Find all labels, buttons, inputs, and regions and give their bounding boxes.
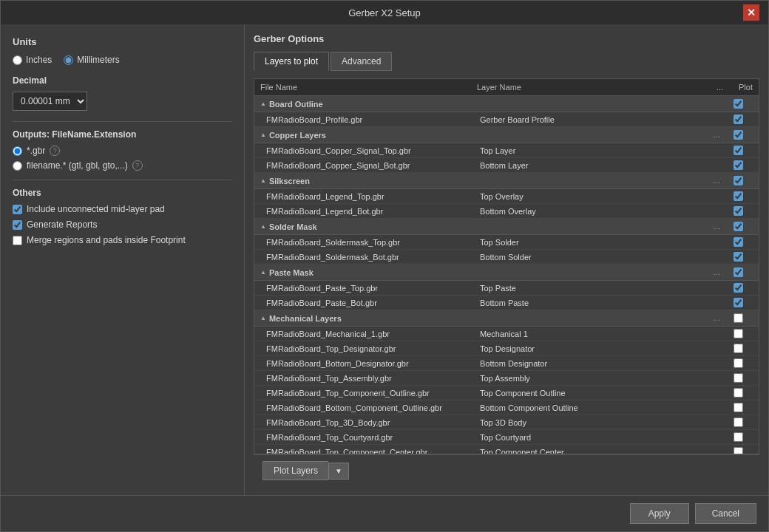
- group-silkscreen-label: Silkscreen: [260, 176, 477, 185]
- table-row: FMRadioBoard_Top_3D_Body.gbr Top 3D Body: [254, 415, 759, 430]
- table-row: FMRadioBoard_Soldermask_Top.gbr Top Sold…: [254, 235, 759, 250]
- gerber-options-title: Gerber Options: [254, 33, 759, 44]
- row-legend-bot-check[interactable]: [734, 206, 743, 216]
- group-soldermask-check[interactable]: [734, 222, 743, 231]
- table-row: FMRadioBoard_Mechanical_1.gbr Mechanical…: [254, 327, 759, 341]
- row-bot-comp-outline-check[interactable]: [734, 403, 743, 412]
- row-mechanical1-check[interactable]: [734, 329, 743, 338]
- gbr-help-icon[interactable]: ?: [50, 146, 60, 156]
- checkbox1[interactable]: [13, 205, 22, 214]
- tab-advanced[interactable]: Advanced: [331, 52, 392, 71]
- group-silkscreen: Silkscreen ...: [254, 173, 759, 189]
- group-pastemask: Paste Mask ...: [254, 265, 759, 281]
- outputs-section: Outputs: FileName.Extension *.gbr ? file…: [13, 129, 232, 171]
- cancel-button[interactable]: Cancel: [695, 503, 756, 524]
- filename-help-icon[interactable]: ?: [132, 160, 143, 171]
- decimal-select[interactable]: 0.00001 mm 0.0001 mm 0.001 mm: [13, 92, 87, 111]
- decimal-title: Decimal: [13, 75, 232, 86]
- col-layername: Layer Name: [477, 83, 694, 92]
- group-copper-check[interactable]: [734, 130, 743, 140]
- inches-radio[interactable]: [13, 55, 22, 65]
- row-copper-bot-check[interactable]: [734, 160, 743, 170]
- table-row: FMRadioBoard_Bottom_Component_Outline.gb…: [254, 400, 759, 415]
- checkbox2[interactable]: [13, 220, 22, 230]
- apply-button[interactable]: Apply: [630, 503, 689, 524]
- checkbox2-label: Generate Reports: [27, 219, 97, 230]
- inches-option[interactable]: Inches: [13, 55, 52, 65]
- table-row: FMRadioBoard_Paste_Bot.gbr Bottom Paste: [254, 296, 759, 310]
- table-row: FMRadioBoard_Top_Component_Center.gbr To…: [254, 445, 759, 454]
- tab-layers-to-plot[interactable]: Layers to plot: [254, 52, 329, 71]
- checkbox1-option: Include unconnected mid-layer pad: [13, 204, 232, 214]
- others-title: Others: [13, 188, 232, 198]
- table-row: FMRadioBoard_Copper_Signal_Top.gbr Top L…: [254, 143, 759, 158]
- group-mechanical: Mechanical Layers ...: [254, 310, 759, 327]
- footer: Apply Cancel: [1, 495, 768, 531]
- row-legend-top-check[interactable]: [734, 191, 743, 201]
- col-dots: ...: [694, 83, 723, 92]
- group-pastemask-label: Paste Mask: [260, 267, 477, 277]
- table-row: FMRadioBoard_Legend_Top.gbr Top Overlay: [254, 189, 759, 204]
- group-soldermask: Solder Mask ...: [254, 219, 759, 235]
- group-mechanical-check[interactable]: [734, 313, 743, 323]
- row-soldermask-top-check[interactable]: [734, 237, 743, 247]
- group-soldermask-label: Solder Mask: [260, 222, 477, 231]
- plot-layers-container: Plot Layers ▼: [262, 461, 751, 480]
- checkbox3-label: Merge regions and pads inside Footprint: [27, 235, 186, 245]
- dialog-title: Gerber X2 Setup: [26, 7, 743, 18]
- checkbox2-option: Generate Reports: [13, 219, 232, 230]
- group-mechanical-label: Mechanical Layers: [260, 313, 477, 323]
- row-bot-designator-check[interactable]: [734, 358, 743, 368]
- millimeters-radio[interactable]: [64, 55, 73, 65]
- group-pastemask-check[interactable]: [734, 267, 743, 277]
- group-board-outline-label: Board Outline: [260, 99, 477, 109]
- group-copper: Copper Layers ...: [254, 127, 759, 143]
- group-silkscreen-check[interactable]: [734, 176, 743, 185]
- table-row: FMRadioBoard_Copper_Signal_Bot.gbr Botto…: [254, 158, 759, 173]
- filename-radio[interactable]: [13, 161, 22, 171]
- table-row: FMRadioBoard_Paste_Top.gbr Top Paste: [254, 281, 759, 296]
- table-row: FMRadioBoard_Top_Designator.gbr Top Desi…: [254, 341, 759, 356]
- plot-layers-button[interactable]: Plot Layers: [262, 461, 328, 480]
- plot-layers-arrow[interactable]: ▼: [328, 463, 349, 480]
- outputs-title: Outputs: FileName.Extension: [13, 129, 232, 140]
- inches-label: Inches: [26, 55, 52, 65]
- checkbox3[interactable]: [13, 236, 22, 245]
- layers-table: File Name Layer Name ... Plot Board Outl…: [254, 78, 759, 454]
- bottom-bar: Plot Layers ▼: [254, 454, 759, 486]
- main-content: Units Inches Millimeters Decimal 0.00001…: [1, 24, 768, 495]
- row-paste-top-check[interactable]: [734, 283, 743, 293]
- dialog: Gerber X2 Setup ✕ Units Inches Millimete…: [0, 0, 769, 532]
- table-row: FMRadioBoard_Top_Component_Outline.gbr T…: [254, 386, 759, 400]
- checkbox1-label: Include unconnected mid-layer pad: [27, 204, 165, 214]
- gbr-label: *.gbr: [27, 146, 45, 156]
- row-paste-bot-check[interactable]: [734, 298, 743, 307]
- col-plot: Plot: [723, 83, 753, 92]
- title-bar: Gerber X2 Setup ✕: [1, 1, 768, 24]
- gbr-radio[interactable]: [13, 146, 22, 156]
- row-copper-top-check[interactable]: [734, 146, 743, 155]
- units-title: Units: [13, 36, 232, 47]
- millimeters-option[interactable]: Millimeters: [64, 55, 119, 65]
- close-button[interactable]: ✕: [743, 4, 759, 21]
- row-top-designator-check[interactable]: [734, 344, 743, 353]
- table-row: FMRadioBoard_Legend_Bot.gbr Bottom Overl…: [254, 204, 759, 219]
- row-top-3dbody-check[interactable]: [734, 417, 743, 427]
- group-board-outline: Board Outline: [254, 96, 759, 112]
- table-header: File Name Layer Name ... Plot: [254, 79, 759, 96]
- row-top-comp-center-check[interactable]: [734, 447, 743, 454]
- row-top-comp-outline-check[interactable]: [734, 388, 743, 398]
- row-top-assembly-check[interactable]: [734, 373, 743, 383]
- row-soldermask-bot-check[interactable]: [734, 252, 743, 262]
- left-panel: Units Inches Millimeters Decimal 0.00001…: [1, 24, 245, 495]
- group-board-outline-check[interactable]: [734, 99, 743, 109]
- filename-option: filename.* (gtl, gbl, gto,...) ?: [13, 160, 232, 171]
- gbr-option: *.gbr ?: [13, 146, 232, 156]
- filename-label: filename.* (gtl, gbl, gto,...): [27, 160, 128, 171]
- others-section: Others Include unconnected mid-layer pad…: [13, 188, 232, 245]
- right-panel: Gerber Options Layers to plot Advanced F…: [245, 24, 768, 495]
- table-row: FMRadioBoard_Profile.gbr Gerber Board Pr…: [254, 112, 759, 127]
- row-top-courtyard-check[interactable]: [734, 432, 743, 442]
- table-row: FMRadioBoard_Soldermask_Bot.gbr Bottom S…: [254, 250, 759, 265]
- row-profile-check[interactable]: [734, 115, 743, 124]
